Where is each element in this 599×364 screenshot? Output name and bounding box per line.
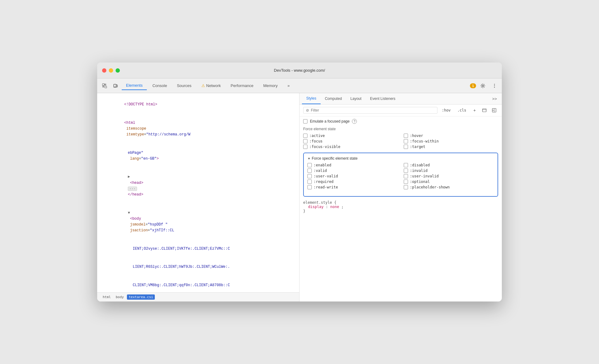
styles-panel: Styles Computed Layout Event Listeners >… xyxy=(300,93,502,301)
svg-point-9 xyxy=(482,85,484,86)
state-valid: :valid xyxy=(307,169,398,173)
state-focus-checkbox[interactable] xyxy=(303,139,307,143)
svg-rect-1 xyxy=(105,86,107,88)
error-badge: 1 xyxy=(470,83,476,88)
state-placeholder-shown-checkbox[interactable] xyxy=(404,185,408,189)
toolbar-right: 1 xyxy=(470,81,499,91)
devtools-toolbar: Elements Console Sources ⚠ Network Perfo… xyxy=(97,78,502,93)
dom-line-body2: IENT;O2vyse:.CLIENT;IVKTfe:.CLIENT;Ez7VM… xyxy=(97,240,299,258)
force-element-state-grid: :active :hover :focus :focus-within xyxy=(303,134,498,149)
emulate-focused-row: Emulate a focused page ? xyxy=(303,119,498,124)
dom-content[interactable]: <!DOCTYPE html> <html itemscope itemtype… xyxy=(97,93,299,292)
state-focus-visible-checkbox[interactable] xyxy=(303,145,307,149)
tab-console[interactable]: Console xyxy=(148,82,171,90)
breadcrumb: html body textarea.csi xyxy=(97,292,299,301)
titlebar: DevTools - www.google.com/ xyxy=(97,63,502,78)
emulate-focused-checkbox[interactable] xyxy=(303,119,307,123)
svg-rect-13 xyxy=(483,109,486,112)
state-disabled: :disabled xyxy=(404,163,494,167)
styles-toolbar: ⊘ :hov .cls + xyxy=(300,104,502,116)
tab-styles[interactable]: Styles xyxy=(302,93,321,104)
state-optional: :optional xyxy=(404,180,494,184)
filter-icon: ⊘ xyxy=(306,108,309,112)
state-optional-checkbox[interactable] xyxy=(404,180,408,184)
state-focus-within: :focus-within xyxy=(404,139,498,143)
more-options-icon[interactable] xyxy=(490,81,499,91)
dom-line-html2: ebPage" lang="en-GB"> xyxy=(97,144,299,168)
force-specific-section: ▼ Force specific element state :enabled … xyxy=(303,153,498,197)
state-hover-checkbox[interactable] xyxy=(404,134,408,138)
state-active-checkbox[interactable] xyxy=(303,134,307,138)
collapse-arrow-icon[interactable]: ▼ xyxy=(307,157,311,160)
emulate-focused-label: Emulate a focused page xyxy=(310,119,349,123)
code-property: display : none ; xyxy=(303,205,498,209)
close-button[interactable] xyxy=(102,68,106,73)
window-title: DevTools - www.google.com/ xyxy=(274,68,325,73)
tab-memory[interactable]: Memory xyxy=(259,82,282,90)
svg-rect-7 xyxy=(116,85,117,87)
filter-input[interactable] xyxy=(311,108,435,112)
filter-input-container: ⊘ xyxy=(303,107,437,114)
hov-button[interactable]: :hov xyxy=(439,107,453,113)
svg-rect-0 xyxy=(102,84,104,85)
tab-layout[interactable]: Layout xyxy=(346,93,366,104)
state-read-write-checkbox[interactable] xyxy=(307,185,312,189)
main-content: <!DOCTYPE html> <html itemscope itemtype… xyxy=(97,93,502,301)
state-focus-within-checkbox[interactable] xyxy=(404,139,408,143)
dom-panel: <!DOCTYPE html> <html itemscope itemtype… xyxy=(97,93,300,301)
element-style-code: element.style { display : none ; } xyxy=(303,200,498,213)
dom-line-head: ▶ <head> ··· </head> xyxy=(97,168,299,204)
cls-button[interactable]: .cls xyxy=(455,107,469,113)
force-element-state-label: Force element state xyxy=(303,127,498,131)
state-user-valid-checkbox[interactable] xyxy=(307,174,312,178)
tab-event-listeners[interactable]: Event Listeners xyxy=(366,93,400,104)
more-style-tabs-button[interactable]: >> xyxy=(490,94,499,104)
state-target: :target xyxy=(404,145,498,149)
device-toolbar-icon[interactable] xyxy=(111,81,120,91)
element-state-icon[interactable] xyxy=(480,106,488,114)
state-focus: :focus xyxy=(303,139,398,143)
more-tabs-button[interactable]: » xyxy=(283,82,294,90)
tab-computed[interactable]: Computed xyxy=(321,93,346,104)
dom-line-body3: LIENT;R6Slyc:.CLIENT;hWT9Jb:.CLIENT;WCul… xyxy=(97,258,299,276)
traffic-lights xyxy=(102,68,120,73)
force-specific-title: ▼ Force specific element state xyxy=(307,156,494,161)
styles-content[interactable]: Emulate a focused page ? Force element s… xyxy=(300,116,502,301)
state-user-invalid: :user-invalid xyxy=(404,174,494,178)
tab-performance[interactable]: Performance xyxy=(226,82,258,90)
tab-sources[interactable]: Sources xyxy=(173,82,196,90)
state-invalid-checkbox[interactable] xyxy=(404,169,408,173)
state-valid-checkbox[interactable] xyxy=(307,169,312,173)
state-focus-visible: :focus-visible xyxy=(303,145,398,149)
minimize-button[interactable] xyxy=(109,68,113,73)
dom-line-body4: CLIENT;VM8bg:.CLIENT;qqf0n:.CLIENT;A8708… xyxy=(97,276,299,292)
state-required-checkbox[interactable] xyxy=(307,180,312,184)
maximize-button[interactable] xyxy=(116,68,120,73)
layout-editor-icon[interactable] xyxy=(490,106,498,114)
state-enabled-checkbox[interactable] xyxy=(307,163,312,167)
state-disabled-checkbox[interactable] xyxy=(404,163,408,167)
select-element-icon[interactable] xyxy=(100,81,109,91)
tab-elements[interactable]: Elements xyxy=(122,81,147,90)
warning-icon: ⚠ xyxy=(201,83,205,88)
breadcrumb-html[interactable]: html xyxy=(101,294,113,300)
state-user-valid: :user-valid xyxy=(307,174,398,178)
state-user-invalid-checkbox[interactable] xyxy=(404,174,408,178)
state-enabled: :enabled xyxy=(307,163,398,167)
help-icon[interactable]: ? xyxy=(352,119,357,124)
tab-network[interactable]: ⚠ Network xyxy=(197,82,225,90)
breadcrumb-textarea[interactable]: textarea.csi xyxy=(127,294,155,300)
add-style-rule-button[interactable]: + xyxy=(471,106,479,114)
state-hover: :hover xyxy=(404,134,498,138)
state-required: :required xyxy=(307,180,398,184)
dom-line-body-open: ▼ <body jsmodel="hspDDf " jsaction="xjhT… xyxy=(97,204,299,240)
state-invalid: :invalid xyxy=(404,169,494,173)
state-read-write: :read-write xyxy=(307,185,398,189)
state-active: :active xyxy=(303,134,398,138)
breadcrumb-body[interactable]: body xyxy=(114,294,126,300)
code-close: } xyxy=(303,209,498,213)
styles-tabs: Styles Computed Layout Event Listeners >… xyxy=(300,93,502,104)
state-target-checkbox[interactable] xyxy=(404,145,408,149)
svg-point-10 xyxy=(494,84,495,85)
settings-icon[interactable] xyxy=(478,81,488,91)
